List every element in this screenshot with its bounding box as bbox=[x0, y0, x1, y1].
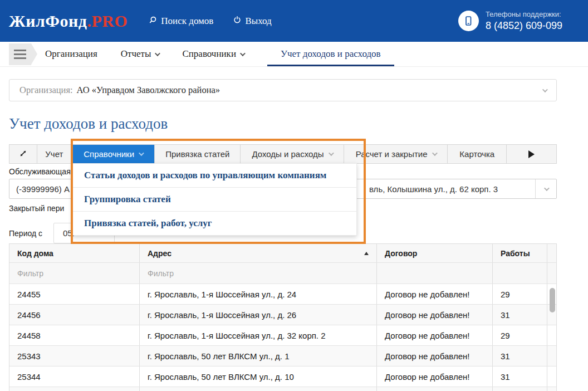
search-icon bbox=[149, 16, 157, 27]
support-block: Телефоны поддержки: 8 (4852) 609-099 bbox=[458, 10, 579, 32]
table-scrollbar-thumb[interactable] bbox=[550, 288, 555, 312]
menu-item-reports[interactable]: Отчеты bbox=[121, 42, 159, 66]
select-value-left: (-39999996) А bbox=[9, 184, 70, 194]
hamburger-menu-button[interactable] bbox=[9, 42, 37, 66]
col-header-contract[interactable]: Договор bbox=[377, 244, 493, 262]
support-label: Телефоны поддержки: bbox=[486, 10, 562, 18]
filter-house-code-input[interactable] bbox=[17, 269, 131, 278]
filter-gutter-cell bbox=[547, 263, 563, 284]
menu-item-organization[interactable]: Организация bbox=[45, 42, 97, 66]
filter-contract-cell[interactable] bbox=[377, 263, 493, 284]
filter-works-cell[interactable] bbox=[493, 263, 547, 284]
col-header-gutter bbox=[547, 244, 563, 262]
dropdown-item-article-grouping[interactable]: Группировка статей bbox=[73, 188, 356, 212]
filter-address-input[interactable] bbox=[148, 269, 369, 278]
play-icon bbox=[528, 150, 535, 158]
page-title: Учет доходов и расходов bbox=[9, 115, 557, 133]
table-row[interactable]: 24456 г. Ярославль, 1-я Шоссейная ул., д… bbox=[9, 305, 556, 325]
col-header-address[interactable]: Адрес bbox=[140, 244, 377, 262]
col-header-house-code[interactable]: Код дома bbox=[9, 244, 140, 262]
toolbar-wrap: Учет Справочники Привязка статей Доходы … bbox=[9, 144, 557, 164]
table-row[interactable]: 24455 г. Ярославль, 1-я Шоссейная ул., д… bbox=[9, 284, 556, 305]
table-filter-row bbox=[9, 263, 556, 284]
select-toggle bbox=[535, 179, 556, 198]
chevron-down-icon bbox=[432, 150, 438, 156]
organization-selector[interactable]: Организация: АО «Управдом Заволжского ра… bbox=[9, 79, 557, 101]
article-binding-button[interactable]: Привязка статей bbox=[155, 145, 241, 163]
chevron-down-icon bbox=[544, 185, 550, 191]
hamburger-icon bbox=[9, 43, 31, 65]
chevron-down-icon bbox=[329, 150, 334, 156]
main-menubar: Организация Отчеты Справочники Учет дохо… bbox=[0, 42, 588, 67]
logo-pro-suffix: .PRO bbox=[87, 12, 128, 30]
card-button[interactable]: Карточка bbox=[448, 145, 507, 163]
search-houses-link[interactable]: Поиск домов bbox=[149, 16, 213, 27]
power-icon bbox=[233, 16, 241, 27]
chevron-down-icon bbox=[139, 150, 144, 156]
dropdown-item-articles-by-company[interactable]: Статьи доходов и расходов по управляющим… bbox=[73, 164, 356, 188]
table-row[interactable]: 25344 г. Ярославль, 50 лет ВЛКСМ ул., д.… bbox=[9, 366, 556, 387]
logout-link[interactable]: Выход bbox=[233, 16, 271, 27]
select-value-right: вль, Колышкина ул., д. 62 корп. 3 bbox=[369, 179, 498, 198]
expand-icon bbox=[19, 149, 27, 159]
houses-table-wrap: Код дома Адрес Договор Работы 24455 г. Я… bbox=[9, 243, 557, 391]
top-header: ЖилФонд.PRO Поиск домов Выход Телефоны п… bbox=[0, 0, 588, 42]
chevron-down-icon bbox=[240, 51, 246, 56]
accounting-button[interactable]: Учет bbox=[37, 145, 72, 163]
expand-button[interactable] bbox=[9, 145, 37, 163]
toolbar: Учет Справочники Привязка статей Доходы … bbox=[9, 144, 557, 164]
table-row[interactable]: 25345 г. Ярославль, 50 лет ВЛКСМ ул., д.… bbox=[9, 387, 556, 391]
support-phone: 8 (4852) 609-099 bbox=[486, 20, 562, 32]
period-from-label: Период с bbox=[9, 229, 53, 238]
calc-close-button[interactable]: Расчет и закрытие bbox=[344, 145, 448, 163]
menu-item-directories[interactable]: Справочники bbox=[182, 42, 244, 66]
sort-ascending-icon bbox=[364, 252, 369, 255]
directories-button-active[interactable]: Справочники bbox=[72, 145, 155, 163]
chevron-down-icon bbox=[542, 87, 548, 92]
table-row[interactable]: 24458 г. Ярославль, 1-я Шоссейная ул., д… bbox=[9, 325, 556, 346]
organization-label: Организация: bbox=[19, 85, 73, 96]
col-header-works[interactable]: Работы bbox=[493, 244, 547, 262]
income-expense-button[interactable]: Доходы и расходы bbox=[241, 145, 344, 163]
app-logo[interactable]: ЖилФонд.PRO bbox=[9, 12, 128, 31]
directories-dropdown-menu: Статьи доходов и расходов по управляющим… bbox=[72, 163, 357, 236]
main-content: Организация: АО «Управдом Заволжского ра… bbox=[9, 79, 557, 391]
phone-icon bbox=[458, 11, 479, 31]
menu-item-income-expense-active[interactable]: Учет доходов и расходов bbox=[267, 42, 394, 66]
table-row[interactable]: 25343 г. Ярославль, 50 лет ВЛКСМ ул., д.… bbox=[9, 346, 556, 366]
dropdown-item-binding-works-services[interactable]: Привязка статей, работ, услуг bbox=[73, 212, 356, 235]
top-nav: Поиск домов Выход bbox=[149, 16, 271, 27]
hamburger-arrow-tip bbox=[31, 43, 37, 65]
play-button[interactable] bbox=[507, 145, 556, 163]
table-header-row: Код дома Адрес Договор Работы bbox=[9, 244, 556, 263]
houses-table: Код дома Адрес Договор Работы 24455 г. Я… bbox=[9, 243, 557, 391]
chevron-down-icon bbox=[155, 51, 160, 56]
organization-value: АО «Управдом Заволжского района» bbox=[77, 85, 220, 96]
